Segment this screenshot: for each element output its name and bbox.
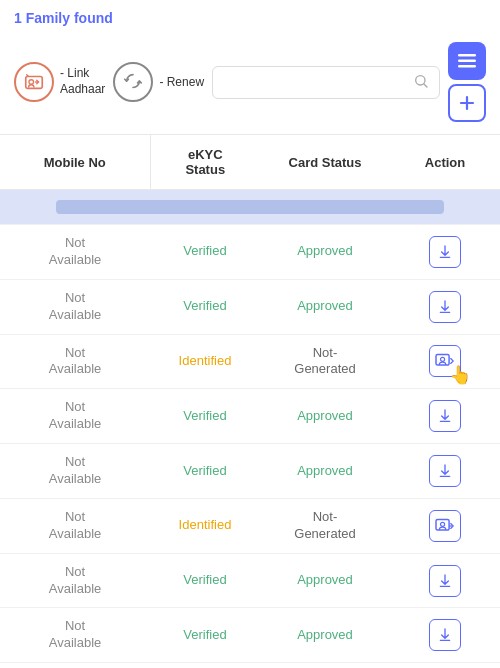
card-status-label: Approved	[297, 572, 353, 587]
col-header-mobile: Mobile No	[0, 135, 150, 190]
svg-rect-4	[458, 54, 476, 57]
cell-card: Approved	[260, 608, 390, 663]
cell-mobile: NotAvailable	[0, 498, 150, 553]
cell-action	[390, 553, 500, 608]
table-header-row: Mobile No eKYCStatus Card Status Action	[0, 135, 500, 190]
cell-ekyc: Verified	[150, 663, 260, 668]
add-button[interactable]	[448, 84, 486, 122]
cell-card: Approved	[260, 663, 390, 668]
cell-mobile: NotAvailable	[0, 444, 150, 499]
renew-label: - Renew	[159, 75, 204, 89]
card-status-label: Approved	[297, 243, 353, 258]
cell-ekyc: Identified	[150, 334, 260, 389]
cell-action	[390, 225, 500, 280]
table-row: NotAvailableIdentifiedNot-Generated	[0, 498, 500, 553]
svg-rect-9	[436, 519, 449, 530]
cell-mobile: NotAvailable	[0, 389, 150, 444]
cell-ekyc: Verified	[150, 608, 260, 663]
card-status-label: Approved	[297, 627, 353, 642]
table-row: NotAvailableVerifiedApproved	[0, 225, 500, 280]
skeleton-bar	[56, 200, 443, 214]
table-row: NotAvailableVerifiedApproved	[0, 608, 500, 663]
cell-mobile: NotAvailable	[0, 279, 150, 334]
search-box[interactable]	[212, 66, 440, 99]
cell-card: Not-Generated	[260, 334, 390, 389]
svg-point-8	[441, 358, 445, 362]
download-button[interactable]	[429, 619, 461, 651]
cell-ekyc: Identified	[150, 498, 260, 553]
svg-rect-5	[458, 60, 476, 63]
cell-card: Not-Generated	[260, 498, 390, 553]
table-row: NotAvailableVerifiedApproved	[0, 279, 500, 334]
kyc-button[interactable]	[429, 345, 461, 377]
col-header-card: Card Status	[260, 135, 390, 190]
cell-mobile: NotAvailable	[0, 553, 150, 608]
action-buttons	[448, 42, 486, 122]
search-icon	[413, 73, 429, 92]
download-button[interactable]	[429, 565, 461, 597]
cell-card: Approved	[260, 389, 390, 444]
cell-card: Approved	[260, 225, 390, 280]
search-input[interactable]	[223, 75, 413, 90]
col-header-action: Action	[390, 135, 500, 190]
main-table: Mobile No eKYCStatus Card Status Action …	[0, 135, 500, 668]
renew-button[interactable]: - Renew	[113, 62, 204, 102]
ekyc-status-label: Verified	[183, 572, 226, 587]
svg-point-10	[441, 522, 445, 526]
cell-ekyc: Verified	[150, 225, 260, 280]
svg-rect-7	[436, 355, 449, 366]
ekyc-status-label: Verified	[183, 408, 226, 423]
ekyc-status-label: Identified	[179, 353, 232, 368]
cell-action	[390, 608, 500, 663]
cell-action	[390, 663, 500, 668]
kyc-button[interactable]	[429, 510, 461, 542]
toolbar-row: - LinkAadhaar - Renew	[0, 36, 500, 134]
svg-rect-6	[458, 65, 476, 68]
link-aadhaar-button[interactable]: - LinkAadhaar	[14, 62, 105, 102]
table-row: NotAvailableVerifiedApproved	[0, 663, 500, 668]
table-row: NotAvailableVerifiedApproved	[0, 389, 500, 444]
table-row: NotAvailableVerifiedApproved	[0, 444, 500, 499]
ekyc-status-label: Verified	[183, 627, 226, 642]
cell-ekyc: Verified	[150, 553, 260, 608]
cell-action	[390, 498, 500, 553]
skeleton-row	[0, 190, 500, 225]
card-status-label: Approved	[297, 408, 353, 423]
cell-action	[390, 444, 500, 499]
cell-card: Approved	[260, 444, 390, 499]
cell-mobile: NotAvailable	[0, 225, 150, 280]
download-button[interactable]	[429, 400, 461, 432]
table-container: Mobile No eKYCStatus Card Status Action …	[0, 134, 500, 668]
table-row: NotAvailableIdentifiedNot-Generated 👆	[0, 334, 500, 389]
renew-icon	[113, 62, 153, 102]
download-button[interactable]	[429, 455, 461, 487]
ekyc-status-label: Identified	[179, 517, 232, 532]
top-bar: 1 Family found	[0, 0, 500, 36]
cell-action: 👆	[390, 334, 500, 389]
cell-mobile: NotAvailable	[0, 334, 150, 389]
svg-point-1	[29, 80, 34, 85]
cell-action	[390, 279, 500, 334]
ekyc-status-label: Verified	[183, 298, 226, 313]
cell-mobile: NotAvailable	[0, 663, 150, 668]
cell-mobile: NotAvailable	[0, 608, 150, 663]
family-found-label: 1 Family found	[14, 10, 486, 26]
card-status-label: Approved	[297, 298, 353, 313]
cell-ekyc: Verified	[150, 279, 260, 334]
col-header-ekyc: eKYCStatus	[150, 135, 260, 190]
cell-ekyc: Verified	[150, 389, 260, 444]
menu-button[interactable]	[448, 42, 486, 80]
card-status-label: Not-Generated	[294, 509, 355, 541]
cell-action	[390, 389, 500, 444]
table-row: NotAvailableVerifiedApproved	[0, 553, 500, 608]
cell-card: Approved	[260, 279, 390, 334]
card-status-label: Not-Generated	[294, 345, 355, 377]
ekyc-status-label: Verified	[183, 243, 226, 258]
cell-card: Approved	[260, 553, 390, 608]
download-button[interactable]	[429, 236, 461, 268]
kyc-action-wrap: 👆	[429, 345, 461, 377]
ekyc-status-label: Verified	[183, 463, 226, 478]
link-aadhaar-icon	[14, 62, 54, 102]
download-button[interactable]	[429, 291, 461, 323]
cell-ekyc: Verified	[150, 444, 260, 499]
